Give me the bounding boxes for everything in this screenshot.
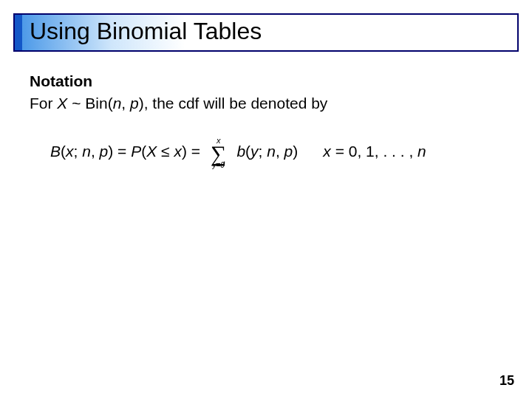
sym-b: b (236, 143, 245, 160)
sym-open: ( (61, 143, 66, 160)
formula-lhs: B(x; n, p) = P(X ≤ x) = (50, 141, 200, 162)
var-p3: p (284, 143, 293, 160)
var-y: y (250, 143, 259, 160)
sep1: ; (74, 143, 83, 160)
sym-P: P (131, 143, 141, 160)
close-eq: ) = (108, 143, 131, 160)
formula-rhs: b(y; n, p) (236, 141, 298, 162)
page-number: 15 (499, 373, 514, 389)
var-X: X (57, 95, 67, 112)
var-x2: x (174, 143, 182, 160)
var-x: x (66, 143, 74, 160)
range-n: n (417, 143, 426, 160)
sym-B: B (50, 143, 61, 160)
formula-range: x = 0, 1, . . . , n (323, 141, 426, 162)
notation-line: For X ~ Bin(n, p), the cdf will be denot… (30, 93, 502, 114)
range-eq: = 0, 1, . . . , (331, 143, 417, 160)
rhs-sep1: ; (259, 143, 267, 160)
slide-title: Using Binomial Tables (30, 18, 262, 45)
sum-lower: y=0 (212, 162, 224, 169)
text-post: ), the cdf will be denoted by (139, 95, 328, 112)
var-X2: X (146, 143, 157, 160)
formula-row: B(x; n, p) = P(X ≤ x) = x ∑ y=0 b(y; n, … (50, 135, 502, 168)
title-bar: Using Binomial Tables (13, 13, 519, 52)
var-n3: n (267, 143, 276, 160)
sigma-icon: ∑ (211, 143, 226, 163)
summation: x ∑ y=0 (211, 137, 226, 169)
text-bin-open: ~ Bin( (67, 95, 112, 112)
text-for: For (30, 95, 57, 112)
P-close-eq: ) = (182, 143, 200, 160)
slide: Using Binomial Tables Notation For X ~ B… (0, 0, 532, 399)
rhs-close: ) (293, 143, 298, 160)
var-n: n (113, 95, 122, 112)
rhs-sep2: , (276, 143, 284, 160)
text-comma: , (121, 95, 130, 112)
sep2: , (91, 143, 100, 160)
slide-body: Notation For X ~ Bin(n, p), the cdf will… (30, 71, 502, 168)
range-x: x (323, 143, 331, 160)
var-n2: n (82, 143, 91, 160)
var-p: p (130, 95, 139, 112)
le: ≤ (157, 143, 174, 160)
var-p2: p (100, 143, 109, 160)
notation-heading: Notation (30, 71, 502, 92)
title-accent-bar (15, 15, 22, 50)
